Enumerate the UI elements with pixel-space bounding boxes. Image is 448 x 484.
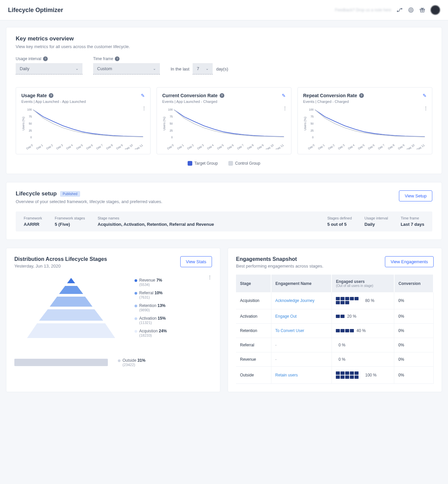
setup-card: Lifecycle setup Published Overview of yo… [6, 182, 442, 240]
svg-text:50: 50 [170, 122, 173, 125]
svg-text:0: 0 [171, 136, 173, 139]
setup-title: Lifecycle setup [16, 190, 57, 197]
days-select[interactable]: 7⌄ [193, 63, 213, 74]
route-icon[interactable] [397, 7, 403, 13]
cell-engaged: 40 % [331, 324, 394, 338]
more-icon[interactable]: ⋮ [208, 275, 212, 280]
col-name: Engagement Name [271, 275, 331, 292]
svg-text:75: 75 [310, 115, 314, 118]
cell-engaged: 80 % [331, 292, 394, 309]
help-icon[interactable]: ? [359, 93, 364, 98]
edit-icon[interactable]: ✎ [141, 93, 145, 98]
gift-icon[interactable] [419, 7, 425, 13]
svg-text:Day 4: Day 4 [207, 143, 215, 150]
help-icon[interactable]: ? [43, 56, 48, 61]
user-avatar[interactable] [431, 5, 440, 15]
target-icon[interactable] [408, 7, 414, 13]
svg-marker-61 [59, 286, 83, 294]
svg-text:50: 50 [310, 122, 314, 125]
svg-text:Day 11: Day 11 [416, 143, 425, 150]
engagements-table: Stage Engagement Name Engaged users (Out… [236, 275, 434, 384]
setup-subtitle: Overview of your selected framework, lif… [16, 199, 162, 204]
svg-text:Day 9: Day 9 [116, 143, 124, 150]
svg-marker-63 [39, 309, 103, 321]
cell-name: - [271, 352, 331, 367]
svg-text:Day 7: Day 7 [95, 143, 103, 150]
edit-icon[interactable]: ✎ [423, 93, 427, 98]
more-icon[interactable]: ⋮ [142, 106, 146, 111]
svg-text:Day 7: Day 7 [236, 143, 244, 150]
svg-point-2 [409, 8, 413, 12]
svg-text:25: 25 [29, 129, 32, 132]
col-engaged: Engaged users (Out of all users in stage… [331, 275, 394, 292]
svg-text:25: 25 [170, 129, 173, 132]
page-title: Lifecycle Optimizer [8, 7, 63, 14]
svg-text:0: 0 [312, 136, 314, 139]
svg-text:50: 50 [29, 122, 32, 125]
cell-name: - [271, 338, 331, 352]
svg-text:Day 4: Day 4 [348, 143, 356, 150]
svg-text:Day 1: Day 1 [177, 143, 185, 150]
table-row: Activation Engage Out 20 % 0% [236, 309, 433, 324]
timeframe-label: Time frame ? [93, 56, 160, 61]
svg-text:Day 9: Day 9 [256, 143, 264, 150]
cell-name: Engage Out [271, 309, 331, 324]
engagement-link[interactable]: Retain users [275, 373, 298, 377]
svg-point-3 [410, 9, 412, 11]
edit-icon[interactable]: ✎ [282, 93, 286, 98]
chevron-down-icon: ⌄ [153, 66, 156, 71]
col-stage: Stage [236, 275, 271, 292]
feedback-link[interactable]: Feedback? Drop us a note here [335, 8, 391, 12]
engagement-link[interactable]: Engage Out [275, 314, 297, 319]
cell-conversion: 0% [394, 367, 433, 384]
eng-title: Engagements Snapshot [236, 256, 323, 262]
svg-marker-60 [67, 278, 75, 283]
eng-subtitle: Best performing engagements across stage… [236, 264, 323, 269]
cell-conversion: 0% [394, 309, 433, 324]
engagement-link[interactable]: Acknowledge Journey [275, 298, 314, 303]
more-icon[interactable]: ⋮ [283, 106, 287, 111]
top-header: Lifecycle Optimizer Feedback? Drop us a … [0, 0, 448, 20]
svg-text:Day 11: Day 11 [275, 143, 284, 150]
more-icon[interactable]: ⋮ [424, 106, 428, 111]
table-row: Referral - 0 % 0% [236, 338, 433, 352]
pyramid-legend-row: Revenue 7% (5534) [135, 278, 212, 287]
help-icon[interactable]: ? [115, 56, 120, 61]
engagement-link[interactable]: To Convert User [275, 328, 304, 333]
svg-text:Day 7: Day 7 [377, 143, 385, 150]
svg-text:Day 8: Day 8 [105, 143, 114, 150]
timeframe-select[interactable]: Custom⌄ [93, 63, 160, 74]
chevron-down-icon: ⌄ [206, 66, 209, 71]
svg-text:Day 3: Day 3 [338, 143, 346, 150]
col-conversion: Conversion [394, 275, 433, 292]
help-icon[interactable]: ? [49, 93, 53, 98]
cell-stage: Activation [236, 309, 271, 324]
cell-engaged: 0 % [331, 338, 394, 352]
cell-stage: Referral [236, 338, 271, 352]
cell-engaged: 100 % [331, 367, 394, 384]
svg-text:75: 75 [170, 115, 173, 118]
usage-interval-select[interactable]: Daily⌄ [16, 63, 82, 74]
svg-text:Day 9: Day 9 [397, 143, 405, 150]
view-setup-button[interactable]: View Setup [399, 190, 432, 201]
metric-card: Repeat Conversion Rate ? ✎ Events | Char… [297, 87, 432, 154]
svg-text:Day 2: Day 2 [187, 143, 195, 150]
view-stats-button[interactable]: View Stats [180, 256, 212, 267]
distribution-card: Distribution Across Lifecycle Stages Yes… [6, 248, 220, 392]
svg-text:25: 25 [310, 129, 314, 132]
view-engagements-button[interactable]: View Engagements [385, 256, 434, 267]
svg-text:Day 6: Day 6 [367, 143, 375, 150]
svg-text:Day 6: Day 6 [85, 143, 93, 150]
metric-title: Usage Rate ? [21, 93, 53, 98]
svg-text:Day 2: Day 2 [46, 143, 54, 150]
chevron-down-icon: ⌄ [75, 66, 78, 71]
svg-text:Day 1: Day 1 [36, 143, 44, 150]
help-icon[interactable]: ? [220, 93, 224, 98]
metrics-card: Key metrics overview View key metrics fo… [6, 27, 442, 174]
outside-bar [14, 359, 108, 366]
svg-text:0: 0 [30, 136, 32, 139]
cell-stage: Revenue [236, 352, 271, 367]
engagement-name: - [275, 343, 277, 347]
cell-name: To Convert User [271, 324, 331, 338]
svg-marker-64 [27, 323, 115, 338]
